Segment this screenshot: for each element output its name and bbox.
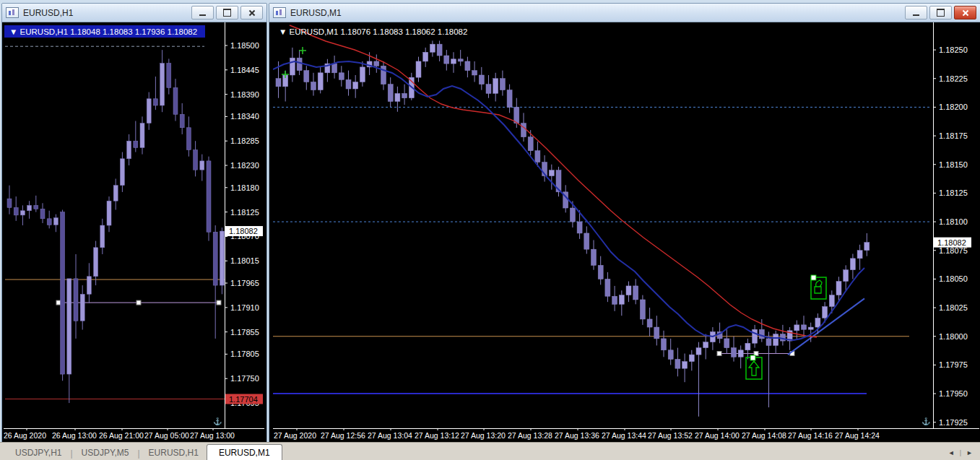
window-title: EURUSD,H1 xyxy=(23,8,73,18)
price-axis-label: 1.18200 xyxy=(939,103,968,111)
anchor-icon: ⚓ xyxy=(213,417,222,426)
price-axis-label: 1.18500 xyxy=(230,41,259,50)
object-handle[interactable] xyxy=(750,355,755,360)
minimize-icon xyxy=(913,14,919,16)
maximize-icon xyxy=(223,9,231,17)
tab-eurusd-h1[interactable]: EURUSD,H1 xyxy=(141,445,207,460)
price-axis-label: 1.18125 xyxy=(939,188,968,197)
price-axis-label: 1.18015 xyxy=(230,256,259,265)
price-axis-label: 1.17805 xyxy=(230,350,259,358)
minimize-button[interactable] xyxy=(905,6,927,19)
price-axis-label: 1.18150 xyxy=(939,160,968,169)
time-axis-label: 27 Aug 13:44 xyxy=(602,431,646,440)
time-axis-label: 27 Aug 12:56 xyxy=(321,431,365,440)
chart-window-icon xyxy=(6,7,19,18)
price-axis-label: 1.18180 xyxy=(230,183,259,192)
time-axis-label: 27 Aug 13:00 xyxy=(190,431,235,440)
close-icon xyxy=(248,9,255,16)
thumb-icon xyxy=(815,280,822,293)
trendline-handle[interactable] xyxy=(56,300,61,305)
price-axis-label: 1.17855 xyxy=(230,328,259,337)
chart-window-icon xyxy=(273,7,286,18)
chart-window-h1: EURUSD,H1 1.185001.184451.183901.183401.… xyxy=(1,3,267,443)
candles-series xyxy=(7,50,224,403)
eurusd-h1-chart[interactable]: 1.185001.184451.183901.183401.182851.182… xyxy=(3,22,266,441)
restore-icon xyxy=(937,9,945,17)
restore-button[interactable] xyxy=(929,6,952,19)
trendline-handle[interactable] xyxy=(136,300,141,305)
anchor-icon: ⚓ xyxy=(922,417,931,426)
titlebar-m1[interactable]: EURUSD,M1 xyxy=(269,4,980,22)
price-badge-value: 1.18082 xyxy=(937,238,966,247)
price-axis-label: 1.18340 xyxy=(230,112,259,121)
price-badge-value: 1.17704 xyxy=(229,395,258,404)
arrow-icon xyxy=(749,361,759,376)
window-title: EURUSD,M1 xyxy=(290,8,342,18)
h1-chart-canvas[interactable]: 1.185001.184451.183901.183401.182851.182… xyxy=(4,22,264,440)
trendline-handle[interactable] xyxy=(217,300,221,305)
price-axis-label: 1.18225 xyxy=(939,74,968,83)
close-button[interactable] xyxy=(240,6,263,19)
time-axis-label: 27 Aug 14:00 xyxy=(695,431,740,440)
candles-series xyxy=(276,40,870,416)
tab-usdjpy-h1[interactable]: USDJPY,H1 xyxy=(7,445,69,460)
price-axis-label: 1.18025 xyxy=(939,303,968,312)
price-axis-label: 1.18125 xyxy=(230,208,259,217)
chart-tab-bar: USDJPY,H1 | USDJPY,M5 | EURUSD,H1 EURUSD… xyxy=(0,442,980,460)
m1-chart-canvas[interactable]: 1.182501.182251.182001.181751.181501.181… xyxy=(273,22,979,440)
ma-fast-red xyxy=(290,25,817,337)
time-axis-label: 27 Aug 13:36 xyxy=(555,431,599,440)
tab-usdjpy-m5[interactable]: USDJPY,M5 xyxy=(74,445,137,460)
price-axis-label: 1.18175 xyxy=(939,131,968,140)
price-axis-label: 1.18100 xyxy=(939,217,968,226)
price-axis-label: 1.17975 xyxy=(939,360,968,369)
price-axis-label: 1.17950 xyxy=(939,389,968,398)
tab-scroll-divider: | xyxy=(960,449,961,456)
time-axis-label: 26 Aug 2020 xyxy=(4,431,46,440)
minimize-icon xyxy=(199,14,206,16)
chart-window-m1: EURUSD,M1 1.182501.182251.182001.181751.… xyxy=(269,3,980,443)
close-button[interactable] xyxy=(954,6,976,19)
close-icon xyxy=(962,9,968,16)
price-axis-label: 1.18250 xyxy=(939,45,968,54)
chart-ohlc-header[interactable]: ▼ EURUSD,H1 1.18048 1.18083 1.17936 1.18… xyxy=(9,27,197,36)
price-axis-label: 1.17750 xyxy=(230,374,259,383)
chart-ohlc-header[interactable]: ▼ EURUSD,M1 1.18076 1.18083 1.18062 1.18… xyxy=(279,27,467,36)
eurusd-m1-chart[interactable]: 1.182501.182251.182001.181751.181501.181… xyxy=(270,22,979,441)
price-axis-label: 1.18050 xyxy=(939,274,968,283)
price-axis-label: 1.18445 xyxy=(230,66,259,74)
time-axis-label: 27 Aug 2020 xyxy=(274,431,316,440)
maximize-button[interactable] xyxy=(216,6,238,19)
price-axis-label: 1.18285 xyxy=(230,136,259,145)
ma-slow-navy xyxy=(273,61,864,340)
trendline-handle[interactable] xyxy=(717,352,721,356)
time-axis-label: 27 Aug 13:12 xyxy=(415,431,459,440)
price-axis-label: 1.18000 xyxy=(939,332,968,341)
time-axis-label: 27 Aug 13:04 xyxy=(368,431,412,440)
tab-scroll-right-icon[interactable]: ► xyxy=(966,449,973,456)
time-axis-label: 26 Aug 13:00 xyxy=(52,431,97,440)
time-axis-label: 27 Aug 13:20 xyxy=(461,431,506,440)
price-badge-value: 1.18082 xyxy=(229,227,258,235)
titlebar-h1[interactable]: EURUSD,H1 xyxy=(2,4,266,22)
price-axis-label: 1.18230 xyxy=(230,161,259,170)
time-axis-label: 27 Aug 05:00 xyxy=(144,431,189,440)
price-axis-label: 1.17965 xyxy=(230,279,259,287)
tab-eurusd-m1[interactable]: EURUSD,M1 xyxy=(207,444,282,460)
time-axis-label: 27 Aug 13:52 xyxy=(648,431,693,440)
price-axis-label: 1.18390 xyxy=(230,90,259,99)
time-axis-label: 27 Aug 14:24 xyxy=(835,431,880,440)
time-axis-label: 27 Aug 14:08 xyxy=(742,431,786,440)
price-axis-label: 1.17910 xyxy=(230,303,259,312)
minimize-button[interactable] xyxy=(191,6,214,19)
price-axis-label: 1.17925 xyxy=(939,418,968,427)
time-axis-label: 27 Aug 13:28 xyxy=(508,431,552,440)
tab-scroll-left-icon[interactable]: ◄ xyxy=(948,449,955,456)
object-handle[interactable] xyxy=(811,275,816,280)
time-axis-label: 26 Aug 21:00 xyxy=(99,431,144,440)
time-axis-label: 27 Aug 14:16 xyxy=(788,431,833,440)
